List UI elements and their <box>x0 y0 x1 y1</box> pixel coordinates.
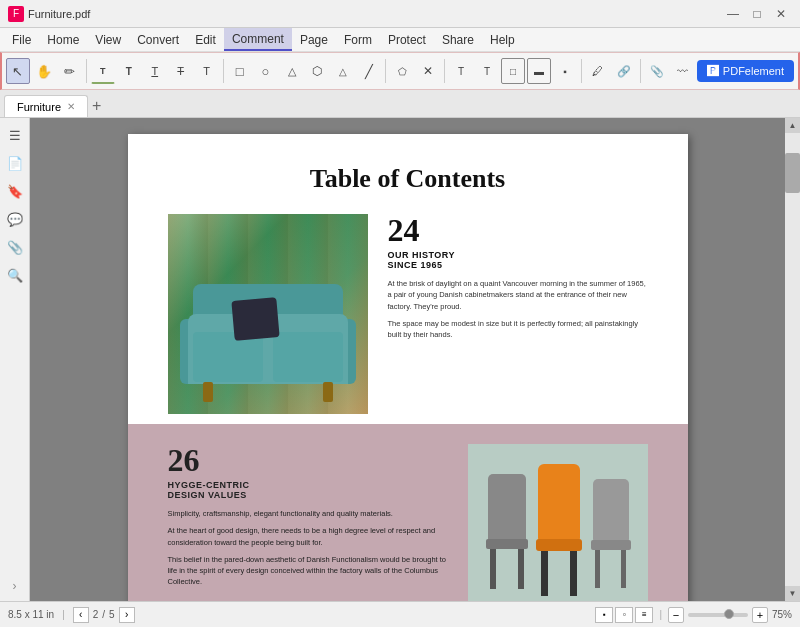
textbox-tool-btn[interactable]: T <box>449 58 473 84</box>
menu-share[interactable]: Share <box>434 28 482 51</box>
svg-rect-2 <box>486 539 528 549</box>
tab-add-btn[interactable]: + <box>88 97 105 115</box>
oval-tool-btn[interactable]: ○ <box>254 58 278 84</box>
menu-help[interactable]: Help <box>482 28 523 51</box>
chairs-svg <box>468 444 648 601</box>
two-page-btn[interactable]: ▫ <box>615 607 633 623</box>
menu-convert[interactable]: Convert <box>129 28 187 51</box>
pdfelement-button[interactable]: 🅿 PDFelement <box>697 60 794 82</box>
stamp-tool-btn[interactable]: 🔗 <box>612 58 636 84</box>
zoom-control: − + 75% <box>668 607 792 623</box>
zoom-level: 75% <box>772 609 792 620</box>
maximize-button[interactable]: □ <box>746 5 768 23</box>
tab-furniture[interactable]: Furniture ✕ <box>4 95 88 117</box>
menu-edit[interactable]: Edit <box>187 28 224 51</box>
section-26-para1: Simplicity, craftsmanship, elegant funct… <box>168 508 448 519</box>
cross-tool-btn[interactable]: ✕ <box>416 58 440 84</box>
prev-page-btn[interactable]: ‹ <box>73 607 89 623</box>
section-26: 26 HYGGE-CENTRIC DESIGN VALUES Simplicit… <box>128 424 688 601</box>
section-26-number: 26 <box>168 444 448 476</box>
section-24: 24 OUR HISTORY SINCE 1965 At the brisk o… <box>168 214 648 424</box>
signature-tool-btn[interactable]: 🖊 <box>586 58 610 84</box>
right-scrollbar: ▲ ▼ <box>785 118 800 601</box>
sidebar-nav-icon[interactable]: ☰ <box>4 124 26 146</box>
zoom-out-btn[interactable]: − <box>668 607 684 623</box>
sidebar-comment-icon[interactable]: 💬 <box>4 208 26 230</box>
edit-tool-btn[interactable]: ✏ <box>58 58 82 84</box>
pdf-area[interactable]: Table of Contents <box>30 118 785 601</box>
select-tool-btn[interactable]: ↖ <box>6 58 30 84</box>
status-bar: 8.5 x 11 in | ‹ 2 / 5 › ▪ ▫ ≡ | − + 75% <box>0 601 800 627</box>
frame1-tool-btn[interactable]: □ <box>501 58 525 84</box>
arrow-tool-btn[interactable]: △ <box>331 58 355 84</box>
svg-rect-3 <box>490 549 496 589</box>
window-controls: — □ ✕ <box>722 5 792 23</box>
svg-rect-10 <box>591 540 631 550</box>
sofa-leg-left <box>203 382 213 402</box>
hand-tool-btn[interactable]: ✋ <box>32 58 56 84</box>
text-tool-3-btn[interactable]: T <box>143 58 167 84</box>
sofa-cushion-left <box>193 332 263 382</box>
menu-comment[interactable]: Comment <box>224 28 292 51</box>
triangle-tool-btn[interactable]: △ <box>280 58 304 84</box>
menu-page[interactable]: Page <box>292 28 336 51</box>
toolbar-sep-6 <box>640 59 641 83</box>
menu-home[interactable]: Home <box>39 28 87 51</box>
text-tool-1-btn[interactable]: T <box>91 58 115 84</box>
sidebar-search-icon[interactable]: 🔍 <box>4 264 26 286</box>
menu-bar: File Home View Convert Edit Comment Page… <box>0 28 800 52</box>
attach-tool-btn[interactable]: 📎 <box>645 58 669 84</box>
sidebar-pages-icon[interactable]: 📄 <box>4 152 26 174</box>
drawing-tool-btn[interactable]: 〰 <box>671 58 695 84</box>
svg-rect-5 <box>538 464 580 544</box>
next-page-btn[interactable]: › <box>119 607 135 623</box>
menu-file[interactable]: File <box>4 28 39 51</box>
section-26-content: 26 HYGGE-CENTRIC DESIGN VALUES Simplicit… <box>168 444 448 601</box>
section-24-subtitle: OUR HISTORY SINCE 1965 <box>388 250 648 270</box>
scroll-thumb[interactable] <box>785 153 800 193</box>
svg-rect-4 <box>518 549 524 589</box>
frame3-tool-btn[interactable]: ▪ <box>553 58 577 84</box>
poly-tool-btn[interactable]: ⬡ <box>306 58 330 84</box>
section-24-number: 24 <box>388 214 648 246</box>
toolbar-sep-3 <box>385 59 386 83</box>
status-sep: | <box>62 609 65 620</box>
section-24-content: 24 OUR HISTORY SINCE 1965 At the brisk o… <box>388 214 648 414</box>
page-total: 5 <box>109 609 115 620</box>
menu-view[interactable]: View <box>87 28 129 51</box>
line-tool-btn[interactable]: ╱ <box>357 58 381 84</box>
menu-form[interactable]: Form <box>336 28 380 51</box>
close-button[interactable]: ✕ <box>770 5 792 23</box>
cloud-tool-btn[interactable]: ⬠ <box>390 58 414 84</box>
sidebar-attach-icon[interactable]: 📎 <box>4 236 26 258</box>
menu-protect[interactable]: Protect <box>380 28 434 51</box>
text-tool-5-btn[interactable]: T <box>195 58 219 84</box>
page-size-label: 8.5 x 11 in <box>8 609 54 620</box>
page-sep: / <box>102 609 105 620</box>
frame2-tool-btn[interactable]: ▬ <box>527 58 551 84</box>
chair-image-container <box>468 444 648 601</box>
view-mode-group: ▪ ▫ ≡ <box>595 607 653 623</box>
tab-close-btn[interactable]: ✕ <box>67 101 75 112</box>
scroll-up-btn[interactable]: ▲ <box>785 118 800 133</box>
single-page-btn[interactable]: ▪ <box>595 607 613 623</box>
zoom-in-btn[interactable]: + <box>752 607 768 623</box>
svg-rect-9 <box>593 479 629 544</box>
sidebar-bookmark-icon[interactable]: 🔖 <box>4 180 26 202</box>
textbox2-tool-btn[interactable]: T <box>475 58 499 84</box>
section-26-subtitle: HYGGE-CENTRIC DESIGN VALUES <box>168 480 448 500</box>
svg-rect-8 <box>570 551 577 596</box>
svg-rect-7 <box>541 551 548 596</box>
scroll-track[interactable] <box>785 133 800 586</box>
tab-bar: Furniture ✕ + <box>0 90 800 118</box>
text-tool-2-btn[interactable]: T <box>117 58 141 84</box>
scroll-down-btn[interactable]: ▼ <box>785 586 800 601</box>
scroll-btn[interactable]: ≡ <box>635 607 653 623</box>
zoom-slider[interactable] <box>688 613 748 617</box>
rect-tool-btn[interactable]: □ <box>228 58 252 84</box>
sidebar-collapse-btn[interactable]: › <box>13 579 17 593</box>
toolbar-sep-5 <box>581 59 582 83</box>
text-tool-4-btn[interactable]: T <box>169 58 193 84</box>
title-bar: F Furniture.pdf — □ ✕ <box>0 0 800 28</box>
minimize-button[interactable]: — <box>722 5 744 23</box>
